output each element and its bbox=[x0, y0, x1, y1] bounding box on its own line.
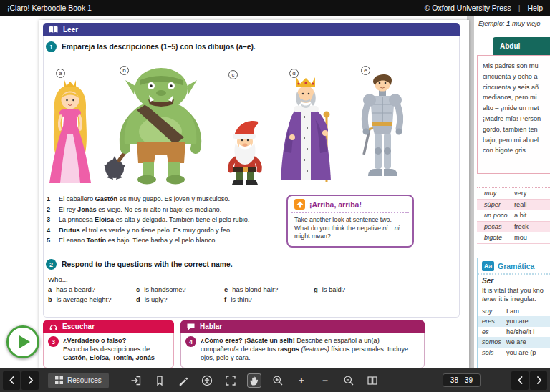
exercise-2-instruction: Respond to the questions with the correc… bbox=[62, 260, 233, 268]
page-number-indicator[interactable]: 38 - 39 bbox=[443, 373, 481, 387]
page-view-icon bbox=[367, 375, 378, 386]
grammar-header: Aa Gramática bbox=[478, 258, 550, 275]
fullscreen-button[interactable] bbox=[223, 373, 238, 388]
exercise-3-number: 3 bbox=[48, 336, 59, 347]
pan-tool-button[interactable] bbox=[247, 373, 261, 388]
item-number: 5 bbox=[47, 235, 59, 246]
exercise-4-text: ¿Cómo eres? ¡Sácate un selfi! Describe e… bbox=[201, 336, 415, 362]
hand-icon bbox=[249, 375, 260, 386]
escuchar-section: Escuchar 3 ¿Verdadero o falso? Escucha l… bbox=[43, 320, 174, 368]
resources-label: Resources bbox=[67, 376, 102, 384]
reading-line: Mis padres son mu bbox=[483, 61, 550, 72]
exercise-2-number: 2 bbox=[46, 259, 57, 270]
grammar-row: eresyou are bbox=[478, 316, 550, 327]
escuchar-banner: Escuchar bbox=[43, 320, 174, 333]
grammar-row: eshe/she/it i bbox=[478, 327, 550, 338]
question-d: dis ugly? bbox=[136, 295, 168, 303]
leer-label: Leer bbox=[63, 26, 78, 34]
grammar-box: Aa Gramática Ser It is vital that you kn… bbox=[477, 258, 550, 368]
zoom-in-button[interactable]: + bbox=[294, 373, 309, 388]
resources-button[interactable]: Resources bbox=[48, 373, 109, 388]
vocab-row: un pocoa bit bbox=[477, 210, 550, 222]
vocab-row: muyvery bbox=[477, 188, 550, 200]
kerboodle-app: ¡Claro! Kerboodle Book 1 © Oxford Univer… bbox=[0, 0, 550, 392]
picture-label-c: c bbox=[228, 70, 238, 79]
escuchar-body: 3 ¿Verdadero o falso? Escucha las descri… bbox=[44, 333, 173, 362]
zoom-area-button[interactable] bbox=[271, 373, 285, 388]
description-item-1: 1 El caballero Gastón es muy guapo. Es j… bbox=[47, 194, 286, 205]
play-icon bbox=[19, 335, 30, 348]
headphones-icon bbox=[49, 323, 58, 331]
hablar-section: Hablar 4 ¿Cómo eres? ¡Sácate un selfi! D… bbox=[180, 320, 425, 368]
chevron-left-icon bbox=[515, 375, 526, 386]
grammar-subtitle: Ser bbox=[482, 277, 550, 286]
chevron-right-icon bbox=[25, 375, 36, 386]
item-number: 1 bbox=[47, 194, 59, 205]
ejemplo-line: Ejemplo: 1 muy viejo bbox=[478, 19, 541, 27]
page-forward-button[interactable] bbox=[530, 371, 547, 390]
question-c: cis handsome? bbox=[136, 285, 186, 293]
accessibility-button[interactable] bbox=[200, 373, 214, 388]
reading-line: ¡Madre mía! Person bbox=[483, 114, 550, 124]
escuchar-label: Escuchar bbox=[62, 323, 95, 330]
next-page-button[interactable] bbox=[21, 371, 39, 390]
speech-bubble-icon bbox=[186, 323, 196, 331]
page-view-button[interactable] bbox=[365, 373, 380, 388]
knight-illustration bbox=[349, 67, 416, 186]
grammar-table: soyI am eresyou are eshe/she/it i somosw… bbox=[478, 306, 550, 358]
leer-section-banner: Leer bbox=[43, 23, 460, 36]
audio-play-button[interactable] bbox=[6, 325, 39, 358]
description-item-2: 2 El rey Jonás es viejo. No es ni alto n… bbox=[47, 205, 286, 215]
princess-illustration bbox=[42, 76, 98, 186]
prev-page-button[interactable] bbox=[3, 371, 20, 390]
reading-line: gordo, también ten bbox=[483, 124, 550, 135]
minus-icon: − bbox=[322, 376, 328, 386]
vocab-row: bigotemou bbox=[477, 232, 550, 244]
reading-line: con bigote gris. bbox=[483, 145, 550, 156]
item-text: El rey Jonás es viejo. No es ni alto ni … bbox=[59, 205, 221, 215]
right-page-panel: Ejemplo: 1 muy viejo Abdul Mis padres so… bbox=[474, 16, 550, 368]
book-page: Leer 1 Empareja las descripciones (1–5) … bbox=[39, 20, 469, 368]
exercise-2-lead: Who... bbox=[48, 275, 68, 283]
arriba-header: ¡Arriba, arriba! bbox=[291, 196, 409, 213]
description-list: 1 El caballero Gastón es muy guapo. Es j… bbox=[47, 194, 286, 246]
zoom-out-button[interactable]: − bbox=[318, 373, 332, 388]
exercise-3-text: ¿Verdadero o falso? Escucha las descripc… bbox=[63, 336, 155, 362]
description-item-4: 4 Brutus el trol es verde y no tiene pel… bbox=[47, 225, 286, 236]
page-back-button[interactable] bbox=[511, 371, 529, 390]
grammar-row: soisyou are (p bbox=[478, 348, 550, 358]
question-g: gis bald? bbox=[314, 285, 345, 293]
grammar-row: somoswe are bbox=[478, 337, 550, 348]
up-arrow-icon bbox=[294, 199, 305, 210]
reading-line: medianos, pero mi bbox=[483, 92, 550, 103]
item-number: 4 bbox=[47, 225, 59, 236]
hablar-banner: Hablar bbox=[180, 320, 425, 333]
reading-line: bajo, pero mi abuel bbox=[483, 135, 550, 146]
bookmark-button[interactable] bbox=[153, 373, 167, 388]
vocab-list: muyvery súperreall un pocoa bit pecasfre… bbox=[477, 187, 550, 244]
help-link[interactable]: Help bbox=[527, 4, 543, 12]
toolbar-icons: + − bbox=[129, 373, 380, 388]
reset-zoom-button[interactable] bbox=[342, 373, 356, 388]
copyright-text: © Oxford University Press bbox=[425, 4, 511, 12]
arriba-tip-box: ¡Arriba, arriba! Take another look at se… bbox=[286, 195, 414, 248]
item-text: El enano Tontín es bajo. Tiene barba y e… bbox=[59, 235, 217, 246]
open-book-icon bbox=[48, 25, 59, 34]
hablar-body: 4 ¿Cómo eres? ¡Sácate un selfi! Describe… bbox=[181, 333, 424, 362]
topbar-right: © Oxford University Press | Help bbox=[425, 4, 543, 12]
plus-icon: + bbox=[299, 376, 304, 386]
arriba-body: Take another look at sentence two. What … bbox=[288, 213, 412, 244]
reading-line: alto – ¡mide un met bbox=[483, 103, 550, 114]
item-text: Brutus el trol es verde y no tiene pelo.… bbox=[59, 225, 232, 236]
app-title: ¡Claro! Kerboodle Book 1 bbox=[7, 4, 92, 12]
item-text: La princesa Eloísa es alta y delgada. Ta… bbox=[59, 215, 249, 225]
topbar-divider: | bbox=[518, 4, 521, 12]
vocab-row: pecasfreck bbox=[477, 222, 550, 233]
exercise-4-number: 4 bbox=[185, 336, 196, 347]
jump-to-page-button[interactable] bbox=[129, 373, 143, 388]
grammar-row: soyI am bbox=[478, 306, 550, 317]
annotate-button[interactable] bbox=[176, 373, 190, 388]
tab-abdul[interactable]: Abdul bbox=[493, 37, 550, 55]
hablar-label: Hablar bbox=[200, 323, 222, 330]
reading-text-box: Mis padres son mu cincuenta y ocho a cin… bbox=[477, 55, 550, 174]
